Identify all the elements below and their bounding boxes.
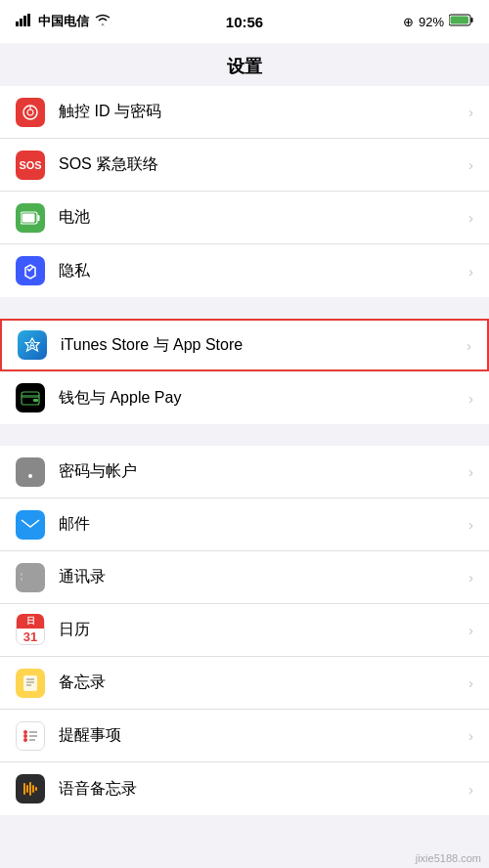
battery-icon xyxy=(449,14,473,29)
watermark: jixie5188.com xyxy=(416,852,481,864)
privacy-icon xyxy=(16,256,45,285)
mail-chevron: › xyxy=(468,516,473,533)
touchid-icon xyxy=(16,98,45,127)
notes-chevron: › xyxy=(468,674,473,691)
settings-row-sos[interactable]: SOS SOS 紧急联络 › xyxy=(0,139,489,192)
svg-rect-0 xyxy=(16,22,19,26)
appstore-label: iTunes Store 与 App Store xyxy=(61,335,459,356)
svg-rect-22 xyxy=(21,578,22,581)
svg-rect-37 xyxy=(35,787,37,791)
settings-row-privacy[interactable]: 隐私 › xyxy=(0,244,489,297)
contacts-icon xyxy=(16,563,45,592)
carrier-name: 中国电信 xyxy=(38,13,89,30)
sos-icon: SOS xyxy=(16,151,45,180)
svg-rect-34 xyxy=(26,785,28,793)
calendar-icon: 日 31 xyxy=(16,616,45,645)
page-title: 设置 xyxy=(0,55,489,78)
svg-rect-21 xyxy=(21,573,22,576)
svg-point-28 xyxy=(23,734,27,738)
battery-chevron: › xyxy=(468,209,473,226)
svg-rect-2 xyxy=(23,16,26,26)
status-bar: 中国电信 10:56 ⊕ 92% xyxy=(0,0,489,43)
calendar-chevron: › xyxy=(468,622,473,638)
svg-rect-3 xyxy=(27,14,30,26)
settings-group-2: A iTunes Store 与 App Store › 钱包与 Apple P… xyxy=(0,319,489,424)
settings-row-battery[interactable]: 电池 › xyxy=(0,192,489,244)
password-icon xyxy=(16,457,45,487)
page-header: 设置 xyxy=(0,43,489,86)
sos-label: SOS 紧急联络 xyxy=(59,154,461,175)
mail-label: 邮件 xyxy=(59,514,461,535)
appstore-icon: A xyxy=(18,330,47,360)
svg-rect-35 xyxy=(29,782,31,796)
settings-row-reminders[interactable]: 提醒事项 › xyxy=(0,710,489,762)
svg-rect-15 xyxy=(22,395,39,398)
privacy-chevron: › xyxy=(468,263,473,280)
voice-chevron: › xyxy=(468,781,473,798)
mail-icon xyxy=(16,510,45,540)
sos-chevron: › xyxy=(468,156,473,173)
contacts-label: 通讯录 xyxy=(59,567,461,587)
voice-icon xyxy=(16,774,45,803)
location-icon: ⊕ xyxy=(403,15,414,29)
battery-percent: 92% xyxy=(419,15,444,29)
settings-row-appstore[interactable]: A iTunes Store 与 App Store › xyxy=(0,319,489,371)
touchid-label: 触控 ID 与密码 xyxy=(59,102,461,122)
svg-rect-36 xyxy=(32,785,34,793)
password-chevron: › xyxy=(468,463,473,480)
svg-rect-14 xyxy=(22,392,39,405)
reminders-chevron: › xyxy=(468,727,473,744)
wallet-icon xyxy=(16,383,45,412)
contacts-chevron: › xyxy=(468,569,473,586)
wifi-icon xyxy=(95,14,111,29)
reminders-label: 提醒事项 xyxy=(59,725,461,746)
settings-row-wallet[interactable]: 钱包与 Apple Pay › xyxy=(0,371,489,424)
svg-point-27 xyxy=(23,730,27,734)
separator-2 xyxy=(0,426,489,446)
status-right: ⊕ 92% xyxy=(403,14,473,29)
settings-row-touchid[interactable]: 触控 ID 与密码 › xyxy=(0,86,489,139)
time-display: 10:56 xyxy=(226,14,263,30)
svg-point-8 xyxy=(27,109,33,115)
svg-rect-19 xyxy=(22,518,39,532)
svg-point-29 xyxy=(23,738,27,742)
svg-rect-1 xyxy=(20,19,22,26)
settings-group-3-inner: 密码与帐户 › 邮件 › 通讯录 › xyxy=(0,446,489,815)
reminders-icon xyxy=(16,721,45,751)
wallet-label: 钱包与 Apple Pay xyxy=(59,388,461,409)
svg-rect-11 xyxy=(38,215,40,221)
privacy-label: 隐私 xyxy=(59,261,461,282)
settings-row-notes[interactable]: 备忘录 › xyxy=(0,657,489,710)
settings-group-3: 密码与帐户 › 邮件 › 通讯录 › xyxy=(0,446,489,815)
svg-rect-12 xyxy=(22,213,35,222)
carrier-wifi: 中国电信 xyxy=(16,13,111,30)
settings-row-voice[interactable]: 语音备忘录 › xyxy=(0,762,489,815)
settings-row-mail[interactable]: 邮件 › xyxy=(0,499,489,551)
notes-label: 备忘录 xyxy=(59,673,461,693)
settings-group-1-inner: 触控 ID 与密码 › SOS SOS 紧急联络 › 电池 › xyxy=(0,86,489,297)
svg-point-20 xyxy=(26,571,34,579)
svg-point-18 xyxy=(28,474,32,478)
settings-group-2-inner: A iTunes Store 与 App Store › 钱包与 Apple P… xyxy=(0,319,489,424)
voice-label: 语音备忘录 xyxy=(59,779,461,800)
separator-1 xyxy=(0,299,489,319)
battery-label: 电池 xyxy=(59,207,461,228)
calendar-label: 日历 xyxy=(59,620,461,640)
svg-rect-16 xyxy=(33,399,38,402)
signal-icon xyxy=(16,14,32,29)
appstore-chevron: › xyxy=(467,337,471,354)
svg-text:A: A xyxy=(29,340,36,350)
svg-rect-23 xyxy=(23,675,37,691)
svg-rect-5 xyxy=(471,18,473,22)
password-label: 密码与帐户 xyxy=(59,461,461,482)
settings-group-1: 触控 ID 与密码 › SOS SOS 紧急联络 › 电池 › xyxy=(0,86,489,297)
notes-icon xyxy=(16,669,45,698)
svg-rect-33 xyxy=(23,783,25,795)
battery-row-icon xyxy=(16,203,45,233)
settings-row-password[interactable]: 密码与帐户 › xyxy=(0,446,489,499)
wallet-chevron: › xyxy=(468,390,473,407)
settings-row-calendar[interactable]: 日 31 日历 › xyxy=(0,604,489,657)
svg-rect-6 xyxy=(451,17,469,24)
settings-row-contacts[interactable]: 通讯录 › xyxy=(0,551,489,604)
touchid-chevron: › xyxy=(468,104,473,120)
